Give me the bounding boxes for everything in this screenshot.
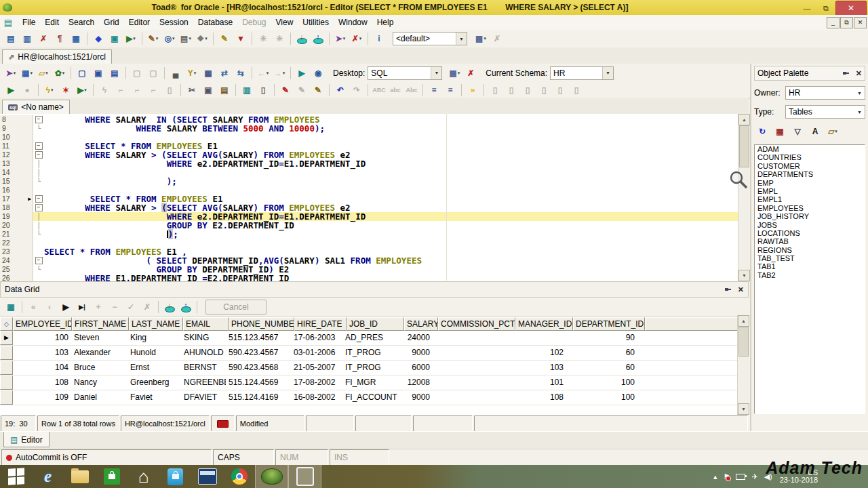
cell-department_id[interactable]: 100 — [566, 390, 637, 405]
execute-snippet-icon[interactable]: ▶ — [294, 66, 310, 81]
cell-employee_id[interactable]: 108 — [13, 375, 71, 390]
editor-gutter[interactable]: 12 — [0, 150, 33, 159]
cell-first_name[interactable]: Steven — [71, 331, 127, 345]
taskbar-app-lenovo-icon[interactable] — [191, 465, 223, 488]
mdi-restore-button[interactable]: ⧉ — [840, 17, 853, 28]
report-icon[interactable]: ▤▾ — [178, 31, 194, 46]
editor-gutter[interactable]: 19 — [0, 212, 33, 221]
editor-doc-icon[interactable]: ▤ — [3, 17, 14, 28]
column-header-employee_id[interactable]: EMPLOYEE_ID — [13, 317, 72, 331]
menu-item-file[interactable]: File — [18, 16, 40, 29]
row-selector[interactable] — [0, 375, 13, 390]
list-item-departments[interactable]: DEPARTMENTS — [755, 170, 865, 178]
cell-department_id[interactable]: 100 — [566, 375, 637, 390]
list-item-empl1[interactable]: EMPL1 — [755, 195, 865, 203]
editor-gutter[interactable]: 10 — [0, 133, 33, 142]
column-header-first_name[interactable]: FIRST_NAME — [72, 317, 129, 331]
editor-gutter[interactable]: 8 — [0, 115, 33, 124]
object-search-icon[interactable]: ◎▾ — [161, 31, 178, 46]
next-record-icon[interactable]: ▶ — [58, 300, 74, 314]
editor-gutter[interactable]: 11 — [0, 142, 33, 150]
menu-item-search[interactable]: Search — [64, 16, 99, 29]
cell-hire_date[interactable]: 17-06-2003 — [291, 331, 342, 345]
cell-job_id[interactable]: FI_MGR — [342, 375, 399, 390]
menu-item-utilities[interactable]: Utilities — [298, 16, 334, 29]
editor-window-icon[interactable]: ▣ — [106, 31, 123, 46]
outdent-icon[interactable]: ≡ — [442, 83, 458, 98]
cell-hire_date[interactable]: 03-01-2006 — [291, 346, 342, 360]
taskbar-app-toad-icon[interactable] — [255, 465, 288, 488]
fold-toggle-icon[interactable]: − — [35, 142, 43, 150]
cell-first_name[interactable]: Nancy — [71, 375, 127, 390]
fold-toggle-icon[interactable]: − — [35, 151, 43, 159]
cell-commission_pct[interactable] — [433, 346, 509, 360]
apps-icon[interactable]: ❖▾ — [194, 31, 210, 46]
commit-icon[interactable]: ↓ — [161, 300, 178, 314]
scroll-down-icon[interactable]: ▼ — [738, 270, 750, 281]
make-code-icon[interactable]: ⇄ — [216, 66, 233, 81]
chevron-down-icon[interactable]: ▼ — [431, 67, 441, 79]
cell-employee_id[interactable]: 100 — [13, 331, 71, 345]
list-item-tab1[interactable]: TAB1 — [755, 262, 865, 270]
cell-commission_pct[interactable] — [433, 331, 509, 345]
column-header-last_name[interactable]: LAST_NAME — [129, 317, 183, 331]
menu-item-view[interactable]: View — [271, 16, 298, 29]
list-item-jobs[interactable]: JOBS — [755, 221, 865, 229]
fold-toggle-icon[interactable]: − — [35, 204, 43, 211]
window-select-icon[interactable]: ▩▾ — [473, 31, 489, 46]
describe-icon[interactable]: ✎▾ — [145, 31, 161, 46]
rollback-icon[interactable]: ↑ — [310, 31, 326, 46]
chevron-down-icon[interactable]: ▼ — [456, 33, 467, 45]
cell-hire_date[interactable]: 17-08-2002 — [291, 375, 342, 390]
step-run-icon[interactable]: ▶▾ — [74, 83, 90, 98]
table-row[interactable]: 103AlexanderHunoldAHUNOLD590.423.456703-… — [0, 346, 749, 361]
cell-first_name[interactable]: Daniel — [71, 390, 127, 405]
cell-last_name[interactable]: Faviet — [127, 390, 181, 405]
cell-job_id[interactable]: FI_ACCOUNT — [342, 390, 399, 405]
connection-tab[interactable]: ⇗ HR@localhost:1521/orcl — [2, 49, 112, 64]
minimize-button[interactable]: — — [797, 2, 816, 14]
action-center-flag-icon[interactable]: ⚑ — [724, 472, 730, 481]
editor-line-13[interactable]: 13│ WHERE e2.DEPARTMENT_ID=E1.DEPARTMENT… — [0, 159, 738, 168]
calculator-icon[interactable]: ▦ — [200, 66, 216, 81]
grid-scroll-thumb[interactable] — [738, 327, 749, 357]
cell-job_id[interactable]: IT_PROG — [342, 346, 399, 360]
pin-icon[interactable] — [724, 286, 731, 293]
halt-icon[interactable]: ✗ — [462, 66, 479, 81]
editor-gutter[interactable]: 13 — [0, 159, 33, 168]
fold-toggle-icon[interactable]: − — [35, 257, 43, 264]
rollback-icon[interactable]: ↑ — [178, 300, 194, 314]
cell-manager_id[interactable] — [509, 331, 566, 345]
pin-icon[interactable] — [842, 70, 849, 77]
editor-gutter[interactable]: 21 — [0, 230, 33, 239]
airplane-mode-icon[interactable]: ✈ — [751, 472, 757, 481]
column-header-commission_pct[interactable]: COMMISSION_PCT — [438, 317, 515, 331]
cell-commission_pct[interactable] — [433, 361, 509, 375]
row-selector[interactable]: ▶ — [0, 331, 13, 345]
owner-combo[interactable]: HR ▼ — [785, 86, 865, 100]
editor-gutter[interactable]: 22 — [0, 239, 33, 247]
cell-salary[interactable]: 9000 — [399, 390, 433, 405]
list-item-tab_test[interactable]: TAB_TEST — [755, 254, 865, 262]
last-record-icon[interactable]: ▶| — [74, 300, 90, 314]
chevron-down-icon[interactable]: ▼ — [854, 106, 865, 118]
cell-email[interactable]: AHUNOLD — [181, 346, 226, 360]
cell-hire_date[interactable]: 16-08-2002 — [291, 390, 342, 405]
format-code-icon[interactable]: ▥ — [239, 83, 255, 98]
current-schema-combo[interactable]: HR ▼ — [550, 66, 614, 80]
editor-gutter[interactable]: 20 — [0, 221, 33, 230]
cell-manager_id[interactable]: 108 — [509, 390, 566, 405]
cell-commission_pct[interactable] — [433, 375, 509, 390]
navigator-icon[interactable]: ➤▾ — [3, 66, 19, 81]
print-icon[interactable]: ▄ — [167, 66, 184, 81]
table-row[interactable]: 109DanielFavietDFAVIET515.124.416916-08-… — [0, 390, 749, 405]
menu-item-window[interactable]: Window — [334, 16, 372, 29]
font-icon[interactable]: A — [807, 124, 823, 139]
close-panel-icon[interactable]: ✕ — [738, 285, 744, 294]
editor-line-15[interactable]: 15└ ); — [0, 177, 738, 186]
cell-email[interactable]: SKING — [181, 331, 226, 345]
editor-gutter[interactable]: 17▶ — [0, 195, 33, 203]
execute-script-icon[interactable]: ▶ — [3, 83, 19, 98]
list-item-customer[interactable]: CUSTOMER — [755, 162, 865, 170]
chevron-down-icon[interactable]: ▼ — [854, 87, 865, 99]
